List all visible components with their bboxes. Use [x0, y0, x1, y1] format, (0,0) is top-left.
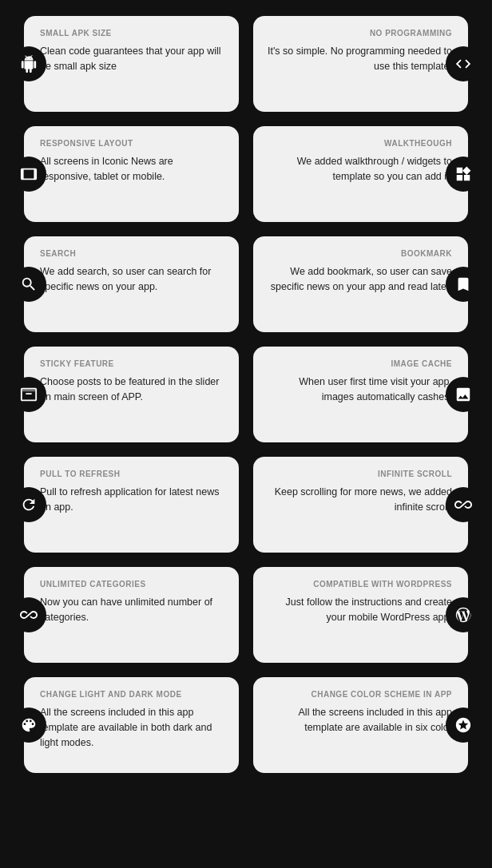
card-text-walkthrough: We added walkthrough / widgets to templa…	[266, 154, 452, 184]
wordpress-icon	[446, 597, 481, 632]
card-text-unlimited-categories: Now you can have unlimited number of cat…	[40, 595, 226, 625]
feature-card-wordpress: COMPATIBLE WITH WORDPRESS Just follow th…	[253, 567, 468, 663]
feature-card-color-scheme: CHANGE COLOR SCHEME IN APP All the scree…	[253, 677, 468, 773]
card-text-small-apk: Clean code guarantees that your app will…	[40, 44, 226, 74]
feature-card-sticky-feature: STICKY FEATURE Choose posts to be featur…	[24, 347, 239, 442]
card-title-image-cache: IMAGE CACHE	[266, 359, 452, 368]
card-text-dark-mode: All the screens included in this app tem…	[40, 705, 226, 750]
feature-card-responsive-layout: RESPONSIVE LAYOUT All screens in Iconic …	[24, 126, 239, 222]
card-text-wordpress: Just follow the instructions and create …	[266, 595, 452, 625]
feature-card-search: SEARCH We add search, so user can search…	[24, 236, 239, 332]
feature-card-unlimited-categories: UNLIMITED CATEGORIES Now you can have un…	[24, 567, 239, 663]
card-title-dark-mode: CHANGE LIGHT AND DARK MODE	[40, 690, 226, 699]
card-title-sticky-feature: STICKY FEATURE	[40, 359, 226, 368]
card-text-pull-to-refresh: Pull to refresh application for latest n…	[40, 485, 226, 515]
search-icon	[11, 267, 46, 302]
palette-icon	[11, 707, 46, 743]
bookmark-icon	[446, 267, 481, 302]
card-title-small-apk: SMALL APK SIZE	[40, 29, 226, 38]
card-text-color-scheme: All the screens included in this app tem…	[266, 705, 452, 735]
feature-card-small-apk: SMALL APK SIZE Clean code guarantees tha…	[24, 16, 239, 112]
card-text-sticky-feature: Choose posts to be featured in the slide…	[40, 375, 226, 405]
svg-rect-0	[22, 390, 36, 392]
card-title-walkthrough: WALKTHEOUGH	[266, 139, 452, 148]
refresh-icon	[11, 487, 46, 522]
feature-card-dark-mode: CHANGE LIGHT AND DARK MODE All the scree…	[24, 677, 239, 773]
card-title-unlimited-categories: UNLIMITED CATEGORIES	[40, 580, 226, 589]
feature-card-no-programming: NO PROGRAMMING It's so simple. No progra…	[253, 16, 468, 112]
card-text-bookmark: We add bookmark, so user can save specif…	[266, 264, 452, 295]
infinite-icon	[446, 487, 481, 522]
widgets-icon	[446, 157, 481, 192]
feature-card-infinite-scroll: INFINITE SCROLL Keep scrolling for more …	[253, 457, 468, 553]
card-title-infinite-scroll: INFINITE SCROLL	[266, 470, 452, 478]
feature-card-image-cache: IMAGE CACHE When user first time visit y…	[253, 347, 468, 442]
code-icon	[446, 46, 481, 81]
card-title-pull-to-refresh: PULL TO REFRESH	[40, 470, 226, 478]
tablet-icon	[11, 157, 46, 192]
card-title-no-programming: NO PROGRAMMING	[266, 29, 452, 38]
unlimited-icon	[11, 597, 46, 632]
card-text-search: We add search, so user can search for sp…	[40, 264, 226, 295]
card-text-no-programming: It's so simple. No programming needed to…	[266, 44, 452, 74]
card-title-responsive-layout: RESPONSIVE LAYOUT	[40, 139, 226, 148]
card-text-infinite-scroll: Keep scrolling for more news, we added i…	[266, 485, 452, 515]
image-cache-icon	[446, 377, 481, 412]
feature-grid: SMALL APK SIZE Clean code guarantees tha…	[24, 16, 468, 773]
card-title-search: SEARCH	[40, 249, 226, 258]
card-title-color-scheme: CHANGE COLOR SCHEME IN APP	[266, 690, 452, 699]
card-text-responsive-layout: All screens in Iconic News are responsiv…	[40, 154, 226, 184]
android-icon	[11, 46, 46, 81]
card-text-image-cache: When user first time visit your app, ima…	[266, 375, 452, 405]
card-title-wordpress: COMPATIBLE WITH WORDPRESS	[266, 580, 452, 589]
feature-card-walkthrough: WALKTHEOUGH We added walkthrough / widge…	[253, 126, 468, 222]
sticky-icon	[11, 377, 46, 412]
feature-card-bookmark: BOOKMARK We add bookmark, so user can sa…	[253, 236, 468, 332]
feature-card-pull-to-refresh: PULL TO REFRESH Pull to refresh applicat…	[24, 457, 239, 553]
card-title-bookmark: BOOKMARK	[266, 249, 452, 258]
colors-icon	[446, 707, 481, 743]
